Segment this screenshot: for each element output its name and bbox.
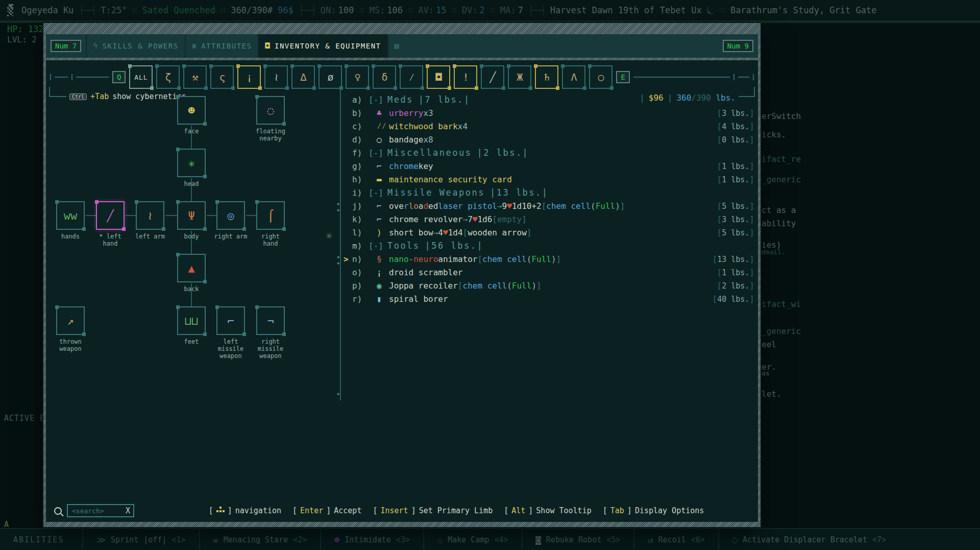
filter-axes[interactable]: ⚒	[183, 65, 207, 89]
weight-value: 0 lbs.	[722, 135, 749, 145]
filter-food[interactable]: ζ	[156, 65, 180, 89]
equipment-slot-right-missile-weapon[interactable]: ¬	[256, 306, 285, 335]
item-name-segment: [	[492, 214, 497, 224]
bracket: ]	[749, 254, 754, 264]
tab-skills[interactable]: ϟSKILLS & POWERS	[86, 34, 184, 58]
ctrl-keycap-icon: Ctrl	[69, 93, 87, 100]
feet-item-icon: ⊔⊔	[185, 315, 199, 327]
equipment-slot-left-missile-weapon[interactable]: ⌐	[216, 306, 245, 335]
tab-attributes[interactable]: жATTRIBUTES	[185, 34, 258, 58]
search-box[interactable]: X	[67, 504, 134, 517]
item-name-segment: chem cell	[546, 201, 591, 211]
equipment-slot-back[interactable]: ▲	[177, 254, 206, 282]
inventory-item-b[interactable]: b)♣urberry x3[3 lbs.]	[352, 106, 754, 119]
right-missile-weapon-item-icon: ¬	[267, 315, 274, 327]
filter-injectors[interactable]: !	[454, 65, 477, 89]
inventory-item-r[interactable]: r)▮spiral borer[40 lbs.]	[352, 292, 754, 305]
item-name-segment: [	[463, 228, 468, 237]
filter-wands[interactable]: ⁄	[400, 65, 423, 89]
inventory-category-a[interactable]: a)[-]Meds|7 lbs.|	[352, 93, 754, 106]
item-name-segment: (	[527, 254, 532, 264]
q-key-badge: Q	[112, 71, 126, 83]
inventory-item-k[interactable]: k)⌐chrome revolver →7 ♥1d6 [empty][3 lbs…	[352, 212, 754, 226]
collapse-toggle[interactable]: [-]	[369, 241, 383, 251]
inventory-item-c[interactable]: c)⁄⁄witchwood bark x4[4 lbs.]	[352, 119, 754, 133]
next-tab-key-badge: Num 9	[723, 40, 753, 52]
inventory-window: Num 7 ϟSKILLS & POWERSжATTRIBUTES◘INVENT…	[43, 23, 761, 527]
inventory-category-i[interactable]: i)[-]Missile Weapons|13 lbs.|	[352, 186, 754, 199]
item-letter: o)	[352, 268, 369, 277]
jugs-filter-icon: δ	[381, 71, 387, 83]
item-name-segment: Joppa recoiler	[389, 281, 458, 291]
filter-furs[interactable]: Λ	[562, 65, 585, 89]
branch-decoration-icon: ✳	[326, 229, 332, 242]
inventory-item-d[interactable]: d)○bandage x8[0 lbs.]	[352, 133, 754, 146]
inventory-category-m[interactable]: m)[-]Tools|56 lbs.|	[352, 239, 754, 252]
item-name-segment: a	[419, 201, 424, 211]
equipment-slot-right-hand[interactable]: ⌠	[256, 201, 285, 230]
filter-rings[interactable]: ○	[589, 65, 612, 89]
item-name-segment: )	[551, 254, 556, 264]
filter-cudgels[interactable]: ς	[210, 65, 234, 89]
filter-grenades[interactable]: ø	[318, 65, 342, 89]
filter-blades[interactable]: ╱	[481, 65, 504, 89]
category-weight: |7 lbs.|	[419, 94, 471, 105]
filter-amulets[interactable]: ♀	[346, 65, 369, 89]
filter-energy-cells[interactable]: ¡	[237, 65, 261, 89]
item-name-segment: Full	[531, 254, 551, 264]
inventory-item-j[interactable]: j)⌐overloaded laser pistol →9 ♥1d10+2 [c…	[352, 199, 754, 212]
item-name-segment: ]	[527, 228, 532, 237]
inventory-item-p[interactable]: p)◉Joppa recoiler [chem cell (Full)][2 l…	[352, 279, 754, 292]
weight-value: 13 lbs.	[717, 255, 749, 264]
search-input[interactable]	[71, 507, 124, 515]
filter-jugs[interactable]: δ	[373, 65, 396, 89]
filter-tonics[interactable]: ≀	[264, 65, 288, 89]
item-name-segment: 4	[438, 228, 443, 237]
filter-all[interactable]: ALL	[129, 65, 153, 89]
key-hints: []navigation[Enter]Accept[Insert]Set Pri…	[209, 506, 704, 515]
collapse-toggle[interactable]: [-]	[369, 95, 383, 105]
collapse-toggle[interactable]: [-]	[369, 148, 383, 158]
feet-slot-label: feet	[174, 338, 209, 345]
item-name-segment: maintenance security card	[389, 175, 512, 184]
weight-value: 1 lbs.	[722, 175, 749, 184]
item-name-segment: wooden arrow	[468, 228, 527, 237]
equipment-slot-hands[interactable]: ww	[56, 201, 85, 230]
equipment-slot-floating-nearby[interactable]: ◌	[256, 96, 285, 125]
bracket: ]	[749, 294, 754, 304]
equipment-slot-body[interactable]: Ψ	[177, 201, 206, 230]
inventory-item-n[interactable]: >n)§nano-neuro animator [chem cell (Full…	[352, 252, 754, 266]
weight-value: 5 lbs.	[722, 228, 749, 237]
item-weight: [5 lbs.]	[717, 201, 754, 211]
bracket: ]	[749, 214, 754, 224]
filter-hookahs[interactable]: ♄	[535, 65, 558, 89]
item-name-segment: (	[507, 281, 512, 291]
inventory-category-f[interactable]: f)[-]Miscellaneous|2 lbs.|	[352, 146, 754, 159]
decorative-line	[753, 74, 754, 80]
clear-search-button[interactable]: X	[126, 506, 130, 515]
bracket: ]	[528, 506, 533, 515]
equipment-slot-head[interactable]: ✳	[177, 149, 206, 177]
equipment-slot-face[interactable]: ☻	[177, 96, 206, 125]
tab-inventory[interactable]: ◘INVENTORY & EQUIPMENT	[258, 34, 387, 58]
inventory-item-l[interactable]: l))short bow →4 ♥1d4 [wooden arrow][5 lb…	[352, 226, 754, 239]
cybernetics-hint: Ctrl +Tab show cybernetics	[69, 92, 186, 101]
item-weight: [1 lbs.]	[717, 268, 754, 277]
equipment-slot-feet[interactable]: ⊔⊔	[177, 306, 206, 335]
equipment-slot-left-arm[interactable]: ≀	[136, 201, 164, 230]
filter-bags[interactable]: ◘	[427, 65, 450, 89]
equipment-slot-thrown-weapon[interactable]: ↗	[56, 306, 85, 335]
inventory-item-g[interactable]: g)⌐chrome key[1 lbs.]	[352, 159, 754, 173]
tab-journal[interactable]: ▤JOURNAL	[387, 34, 402, 58]
item-name-segment: ove	[389, 201, 404, 211]
filter-light-sources[interactable]: ∆	[291, 65, 315, 89]
equipment-slot-right-arm[interactable]: ◎	[216, 201, 245, 230]
filter-armor[interactable]: Ж	[508, 65, 531, 89]
inventory-item-o[interactable]: o)¡droid scrambler[1 lbs.]	[352, 266, 754, 279]
rings-filter-icon: ○	[598, 71, 604, 83]
decorative-line	[49, 87, 66, 97]
item-name-segment: 1d4	[448, 228, 463, 237]
equipment-slot-left-hand[interactable]: ╱	[96, 201, 125, 230]
inventory-item-h[interactable]: h)▬maintenance security card[1 lbs.]	[352, 173, 754, 186]
collapse-toggle[interactable]: [-]	[369, 188, 383, 198]
